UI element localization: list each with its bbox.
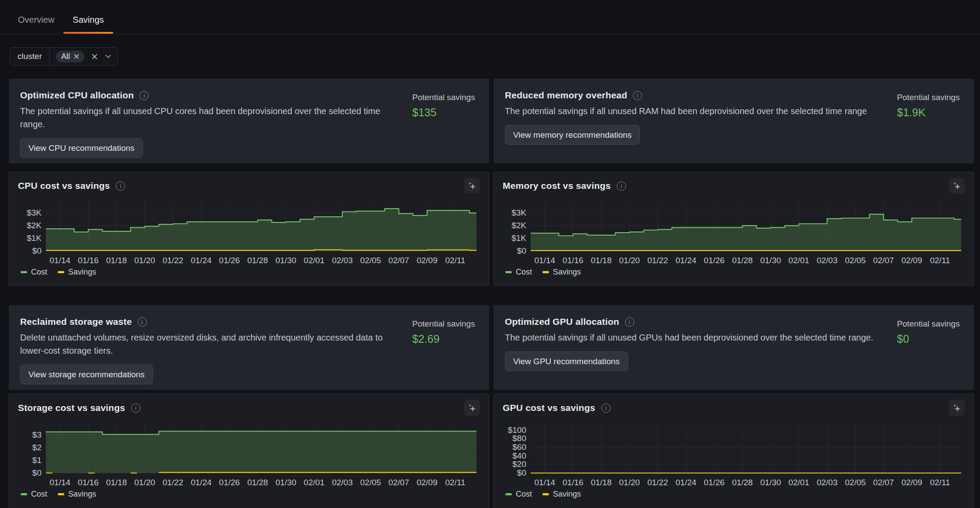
x-tick-label: 01/30 [760, 478, 781, 487]
chart-legend: CostSavings [503, 490, 965, 499]
chip-remove-icon[interactable] [74, 54, 79, 59]
potential-savings-block: Potential savings $1.9K [897, 90, 963, 155]
tab-overview[interactable]: Overview [9, 6, 63, 34]
memory-chart: $0$1K$2K$3K01/1401/1601/1801/2001/2201/2… [503, 198, 965, 267]
potential-savings-value: $135 [412, 106, 478, 119]
view-cpu-recommendations-button[interactable]: View CPU recommendations [20, 138, 143, 158]
x-tick-label: 02/01 [789, 478, 810, 487]
y-tick-label: $3 [32, 430, 42, 439]
x-tick-label: 01/22 [647, 256, 668, 265]
x-tick-label: 02/09 [417, 478, 438, 487]
x-tick-label: 02/05 [845, 478, 866, 487]
legend-item-savings[interactable]: Savings [58, 268, 96, 277]
panel-header: GPU cost vs savings i [503, 400, 965, 416]
y-tick-label: $60 [512, 442, 526, 452]
ai-explain-button[interactable] [464, 400, 480, 416]
info-icon[interactable]: i [116, 181, 125, 191]
x-tick-label: 01/16 [563, 256, 584, 265]
x-tick-label: 02/11 [930, 478, 950, 487]
info-icon[interactable]: i [633, 91, 642, 100]
adhoc-filter-cluster: cluster All [10, 47, 118, 66]
potential-savings-label: Potential savings [412, 93, 478, 102]
panel-title: Storage cost vs savings [18, 403, 125, 413]
legend-item-cost[interactable]: Cost [505, 268, 532, 277]
x-tick-label: 01/22 [163, 256, 184, 265]
view-gpu-recommendations-button[interactable]: View GPU recommendations [505, 351, 628, 371]
legend-dash-icon [58, 271, 64, 273]
info-icon[interactable]: i [625, 317, 634, 327]
x-tick-label: 01/14 [535, 478, 556, 487]
info-row-1: Optimized CPU allocation i The potential… [9, 79, 974, 164]
panel-title: Memory cost vs savings [503, 181, 611, 191]
x-tick-label: 01/28 [732, 256, 753, 265]
card-title: Optimized GPU allocation [505, 317, 619, 327]
card-reclaimed-storage: Reclaimed storage waste i Delete unattac… [9, 305, 489, 390]
x-tick-label: 02/09 [901, 478, 922, 487]
card-title-row: Optimized GPU allocation i [505, 317, 888, 327]
ai-explain-button[interactable] [949, 400, 965, 416]
card-description: Delete unattached volumes, resize oversi… [20, 331, 403, 357]
panel-title: GPU cost vs savings [503, 403, 595, 413]
x-tick-label: 01/16 [78, 478, 99, 487]
legend-label: Cost [516, 268, 532, 277]
ai-explain-button[interactable] [464, 178, 480, 194]
chart-legend: CostSavings [18, 490, 480, 499]
x-tick-label: 02/09 [417, 256, 438, 265]
x-tick-label: 01/18 [591, 478, 612, 487]
legend-dash-icon [542, 271, 549, 273]
legend-label: Cost [516, 490, 532, 499]
legend-item-savings[interactable]: Savings [542, 268, 581, 277]
legend-item-cost[interactable]: Cost [21, 490, 47, 499]
filter-value-chip[interactable]: All [56, 51, 84, 63]
potential-savings-value: $1.9K [897, 106, 963, 119]
x-tick-label: 02/11 [930, 256, 950, 265]
potential-savings-block: Potential savings $135 [412, 90, 478, 155]
info-icon[interactable]: i [139, 91, 149, 100]
x-tick-label: 02/07 [873, 256, 894, 265]
legend-item-cost[interactable]: Cost [21, 268, 47, 277]
x-tick-label: 01/16 [78, 256, 99, 265]
legend-label: Cost [31, 490, 47, 499]
x-tick-label: 01/26 [219, 256, 240, 265]
legend-item-savings[interactable]: Savings [58, 490, 96, 499]
card-content: Reduced memory overhead i The potential … [505, 90, 897, 155]
legend-label: Cost [31, 268, 47, 277]
filter-value-area[interactable]: All [50, 48, 118, 65]
tab-savings[interactable]: Savings [63, 6, 113, 34]
x-tick-label: 01/14 [535, 256, 556, 265]
legend-item-savings[interactable]: Savings [542, 490, 581, 499]
legend-dash-icon [21, 271, 27, 273]
info-icon[interactable]: i [617, 181, 626, 191]
x-tick-label: 02/03 [332, 478, 353, 487]
filter-clear-icon[interactable] [91, 53, 98, 60]
info-icon[interactable]: i [131, 404, 140, 413]
card-optimized-gpu: Optimized GPU allocation i The potential… [493, 305, 974, 390]
y-tick-label: $0 [517, 468, 526, 477]
x-tick-label: 01/18 [106, 256, 127, 265]
legend-dash-icon [21, 493, 27, 495]
x-tick-label: 02/11 [445, 256, 465, 265]
y-tick-label: $0 [517, 246, 526, 255]
card-content: Optimized GPU allocation i The potential… [505, 317, 897, 381]
y-tick-label: $80 [512, 434, 526, 443]
tab-bar: Overview Savings [0, 0, 980, 34]
view-storage-recommendations-button[interactable]: View storage recommendations [20, 365, 153, 384]
legend-item-cost[interactable]: Cost [505, 490, 532, 499]
x-tick-label: 01/26 [219, 478, 240, 487]
x-tick-label: 01/20 [619, 478, 640, 487]
filter-dropdown-chevron-icon[interactable] [105, 54, 111, 59]
filter-bar: cluster All [10, 47, 980, 66]
sparkle-icon [952, 181, 962, 191]
y-tick-label: $100 [508, 425, 526, 435]
x-tick-label: 01/24 [675, 256, 696, 265]
info-icon[interactable]: i [601, 404, 611, 413]
filter-key-label[interactable]: cluster [10, 48, 50, 65]
view-memory-recommendations-button[interactable]: View memory recommendations [505, 125, 640, 145]
y-tick-label: $0 [32, 246, 42, 255]
sparkle-icon [467, 181, 477, 191]
ai-explain-button[interactable] [949, 178, 965, 194]
info-icon[interactable]: i [138, 317, 147, 327]
x-tick-label: 02/03 [817, 478, 838, 487]
y-tick-label: $2 [32, 443, 42, 452]
x-tick-label: 01/24 [675, 478, 696, 487]
